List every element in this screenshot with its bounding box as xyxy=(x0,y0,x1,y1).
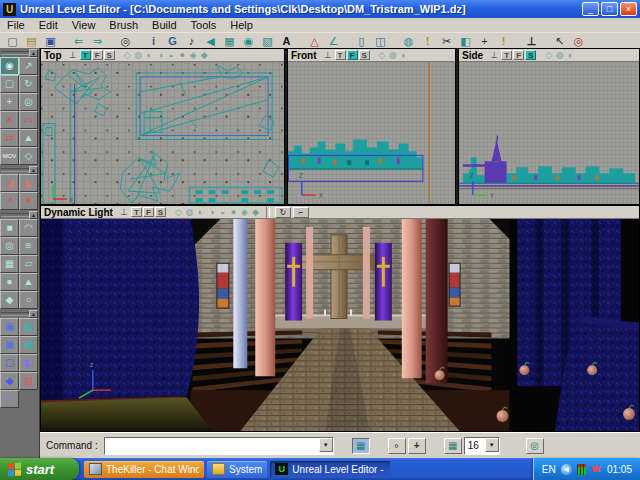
camera-speed-button[interactable]: ∘ xyxy=(388,438,406,454)
vertex-editing-tool[interactable]: ↗ xyxy=(19,57,38,75)
close-button[interactable]: × xyxy=(620,2,637,16)
menu-item[interactable]: Help xyxy=(223,18,260,32)
render-mode-icon[interactable]: ◑ xyxy=(155,50,166,60)
csg-add-button[interactable]: ▣ xyxy=(0,318,19,336)
mesh-browser-icon[interactable]: ◉ xyxy=(239,34,258,48)
new-map-icon[interactable]: ▢ xyxy=(3,34,22,48)
2d-shape-editor-icon[interactable]: ∠ xyxy=(324,34,343,48)
minimize-button[interactable]: _ xyxy=(582,2,599,16)
toolbox-scroll-up[interactable]: ▲ xyxy=(29,49,38,57)
viewport-mode-button[interactable]: S xyxy=(104,50,115,60)
render-mode-icon[interactable]: ◇ xyxy=(173,207,184,217)
render-mode-icon[interactable]: ◐ xyxy=(565,50,576,60)
render-mode-icon[interactable]: ◍ xyxy=(554,50,565,60)
phone-tray-icon[interactable]: ☎ xyxy=(591,464,602,474)
scale-brush-tool[interactable]: ▢ xyxy=(0,75,19,93)
taskbar-task[interactable]: TheKiller - Chat Window xyxy=(84,461,204,478)
texture-pan-tool[interactable]: ⇄ xyxy=(0,129,19,147)
menu-item[interactable]: Edit xyxy=(32,18,65,32)
menu-item[interactable]: Brush xyxy=(102,18,145,32)
double-cube-icon[interactable]: ◧ xyxy=(456,34,475,48)
stair-builder[interactable]: ≡ xyxy=(19,237,38,255)
crosshair-button[interactable]: + xyxy=(408,438,426,454)
viewport-mode-button[interactable]: T xyxy=(80,50,91,60)
texture-browser-icon[interactable]: ▦ xyxy=(220,34,239,48)
menu-item[interactable]: File xyxy=(0,18,32,32)
viewport-mode-button[interactable]: T xyxy=(501,50,512,60)
csg-deintersect-button[interactable]: ▣ xyxy=(19,336,38,354)
render-mode-icon[interactable]: ◈ xyxy=(239,207,250,217)
viewport-layout-icon[interactable]: ◫ xyxy=(371,34,390,48)
save-map-icon[interactable]: ▣ xyxy=(41,34,60,48)
render-mode-icon[interactable]: ● xyxy=(177,50,188,60)
vertex-snap-tool[interactable]: × xyxy=(0,111,19,129)
viewport-mode-button[interactable]: F xyxy=(92,50,103,60)
lamp-icon[interactable]: ! xyxy=(494,34,513,48)
floating-viewport-icon[interactable]: ▯ xyxy=(352,34,371,48)
taskbar-task[interactable]: Unreal Level Editor - [... xyxy=(270,461,390,478)
drag-grid-toggle[interactable]: ▦ xyxy=(352,438,370,454)
rotate-brush-tool[interactable]: ↻ xyxy=(19,75,38,93)
camera-movement-tool[interactable]: ◉ xyxy=(0,57,19,75)
grid-size-dropdown-button[interactable]: ▼ xyxy=(485,438,499,452)
volume-meter-tray-icon[interactable] xyxy=(577,464,586,475)
viewport-top-canvas[interactable]: x xyxy=(41,62,284,204)
add-static-mesh-button[interactable]: □ xyxy=(0,390,19,408)
red-triangle-brush-icon[interactable]: △ xyxy=(305,34,324,48)
add-mover-brush-button[interactable]: ◧ xyxy=(19,354,38,372)
exclamation-light-icon[interactable]: ! xyxy=(418,34,437,48)
taskbar-task[interactable]: System xyxy=(207,461,267,478)
binoculars-icon[interactable]: ◎ xyxy=(116,34,135,48)
viewport-perspective-canvas[interactable]: z xyxy=(41,219,639,431)
clip-marker-b-tool[interactable]: ◣ xyxy=(19,174,38,192)
render-mode-icon[interactable]: ◐ xyxy=(399,50,410,60)
csg-intersect-button[interactable]: ▣ xyxy=(0,336,19,354)
viewport-mode-button[interactable]: T xyxy=(131,207,142,217)
lock-viewport-icon[interactable]: ⌐ xyxy=(293,207,309,218)
start-button[interactable]: start xyxy=(0,458,79,480)
prefab-browser-icon[interactable]: ▧ xyxy=(258,34,277,48)
help-cursor-icon[interactable]: ↖ xyxy=(550,34,569,48)
render-mode-icon[interactable]: ◈ xyxy=(188,50,199,60)
sound-browser-icon[interactable]: ◀ xyxy=(201,34,220,48)
brush-clipping-tool[interactable]: ▭ xyxy=(19,111,38,129)
render-mode-icon[interactable]: ◇ xyxy=(543,50,554,60)
sheer-brush-tool[interactable]: + xyxy=(0,93,19,111)
grid-size-select[interactable]: 16 ▼ xyxy=(464,437,500,455)
render-mode-icon[interactable]: ● xyxy=(228,207,239,217)
render-mode-icon[interactable]: ◆ xyxy=(250,207,261,217)
open-map-icon[interactable]: ▤ xyxy=(22,34,41,48)
scissors-icon[interactable]: ✂ xyxy=(437,34,456,48)
csg-subtract-button[interactable]: ▣ xyxy=(19,318,38,336)
render-mode-icon[interactable]: ◍ xyxy=(184,207,195,217)
viewport-mode-button[interactable]: S xyxy=(359,50,370,60)
viewport-side-canvas[interactable]: Z Y xyxy=(459,62,639,204)
render-mode-icon[interactable]: ◐ xyxy=(144,50,155,60)
matinee-tool[interactable]: MOV xyxy=(0,147,19,165)
messenger-tray-icon[interactable]: ◄ xyxy=(561,464,572,475)
clip-delete-tool[interactable]: × xyxy=(19,192,38,210)
undo-arrow-icon[interactable]: ⇐ xyxy=(69,34,88,48)
cone-builder[interactable]: ▲ xyxy=(19,273,38,291)
redo-arrow-icon[interactable]: ⇒ xyxy=(88,34,107,48)
viewport-mode-button[interactable]: F xyxy=(143,207,154,217)
toolbox-scroll-up[interactable]: ▲ xyxy=(29,211,38,219)
group-browser-icon[interactable]: G xyxy=(163,34,182,48)
restore-button[interactable]: □ xyxy=(601,2,618,16)
viewport-front-canvas[interactable]: Z X xyxy=(288,62,455,204)
cube-builder[interactable]: ■ xyxy=(0,219,19,237)
sphere-builder[interactable]: ○ xyxy=(19,291,38,309)
actor-class-browser-icon[interactable]: i xyxy=(144,34,163,48)
render-mode-icon[interactable]: ◑ xyxy=(206,207,217,217)
grid-button[interactable]: ▦ xyxy=(444,438,462,454)
plug-icon[interactable]: + xyxy=(475,34,494,48)
render-mode-icon[interactable]: ◒ xyxy=(166,50,177,60)
clip-flip-tool[interactable]: ↗ xyxy=(0,192,19,210)
viewport-mode-button[interactable]: F xyxy=(347,50,358,60)
viewport-mode-button[interactable]: S xyxy=(525,50,536,60)
viewport-mode-button[interactable]: S xyxy=(155,207,166,217)
viewport-mode-button[interactable]: F xyxy=(513,50,524,60)
render-mode-icon[interactable]: ◇ xyxy=(122,50,133,60)
music-browser-icon[interactable]: ♪ xyxy=(182,34,201,48)
stamp-icon[interactable]: ⊥ xyxy=(522,34,541,48)
